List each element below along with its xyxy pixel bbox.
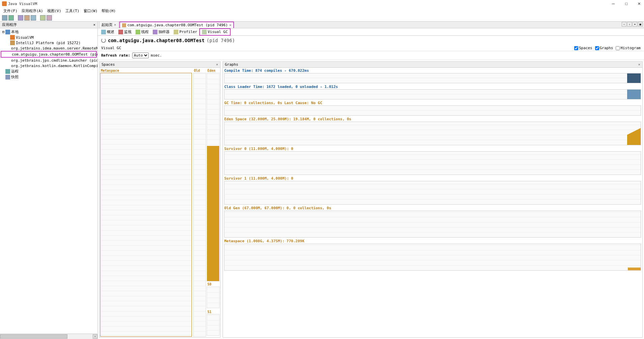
tab-close-icon[interactable]: ×	[114, 23, 116, 27]
tree-node-oomtest[interactable]: com.atguigu.java.chapter08.OOMTest (pid …	[1, 51, 97, 58]
intellij-icon	[10, 40, 15, 45]
main-area: 应用程序 × ⊟本地 VisualVM IntelliJ Platform (p…	[0, 22, 644, 339]
tree-node-snapshot[interactable]: 快照	[1, 74, 97, 80]
graph-row: Class Loader Time: 1672 loaded, 0 unload…	[224, 85, 641, 99]
maximize-button[interactable]: ☐	[625, 1, 627, 6]
tab-controls: ‹ › ▾ ▣	[622, 22, 643, 27]
graph-row-chart	[224, 105, 641, 116]
graphs-header: Graphs ×	[223, 62, 642, 68]
app-icon	[2, 1, 7, 6]
check-graphs[interactable]: Graphs	[595, 46, 613, 50]
metaspace-box	[100, 73, 192, 337]
refresh-label: Refresh rate:	[101, 53, 130, 58]
graph-row-title: GC Time: 0 collections, 0s Last Cause: N…	[224, 101, 641, 105]
panel-close-icon[interactable]: ×	[216, 62, 218, 67]
subtitle-row: Visual GC Spaces Graphs Histogram	[98, 45, 644, 51]
snapshot-icon	[5, 75, 10, 80]
graph-row-title: Compile Time: 874 compiles - 670.822ms	[224, 68, 641, 73]
graph-row-chart	[224, 122, 641, 145]
space-eden: Eden S0 S1	[207, 68, 219, 337]
graph-row: Survivor 1 (11.000M, 4.000M): 0	[224, 176, 641, 205]
menu-help[interactable]: 帮助(H)	[100, 8, 117, 14]
spaces-header: Spaces ×	[99, 62, 220, 68]
tab-prev-button[interactable]: ‹	[622, 22, 626, 27]
eden-fill	[207, 146, 219, 281]
tab-oomtest[interactable]: com.atguigu.java.chapter08.OOMTest (pid …	[119, 22, 234, 28]
tree-node-maven[interactable]: org.jetbrains.idea.maven.server.RemoteMa…	[1, 45, 97, 51]
graph-row: GC Time: 0 collections, 0s Last Cause: N…	[224, 101, 641, 116]
tree-node-visualvm[interactable]: VisualVM	[1, 35, 97, 40]
subtab-monitor[interactable]: 监视	[116, 29, 134, 35]
check-histogram[interactable]: Histogram	[616, 46, 641, 50]
graph-row: Eden Space (32.000M, 25.000M): 19.184M, …	[224, 117, 641, 145]
graph-row: Compile Time: 874 compiles - 670.822ms	[224, 68, 641, 83]
space-metaspace: Metaspace	[100, 68, 193, 337]
tree-node-kotlin[interactable]: org.jetbrains.kotlin.daemon.KotlinCompil…	[1, 63, 97, 68]
overview-icon	[101, 30, 106, 34]
left-panel: 应用程序 × ⊟本地 VisualVM IntelliJ Platform (p…	[0, 22, 98, 339]
subtab-threads[interactable]: 线程	[134, 29, 151, 35]
subtab-profiler[interactable]: Profiler	[172, 29, 199, 35]
tab-close-icon[interactable]: ×	[229, 23, 232, 27]
refresh-select[interactable]: Auto	[132, 53, 149, 58]
tab-start[interactable]: 起始页 ×	[99, 22, 119, 28]
network-icon	[5, 69, 10, 74]
graph-row-title: Survivor 1 (11.000M, 4.000M): 0	[224, 176, 641, 181]
subtitle: Visual GC	[101, 46, 121, 50]
minimize-button[interactable]: —	[612, 1, 615, 6]
tab-list-button[interactable]: ▾	[633, 22, 637, 27]
toolbar-icon[interactable]	[47, 15, 52, 21]
refresh-unit: msec.	[151, 53, 162, 58]
graph-row-chart	[224, 244, 641, 271]
java-icon	[122, 23, 126, 27]
graphs-body: Compile Time: 874 compiles - 670.822msCl…	[223, 68, 642, 337]
graph-row-chart	[224, 211, 641, 238]
subtab-visualgc[interactable]: Visual GC	[199, 28, 231, 36]
graph-row-title: Eden Space (32.000M, 25.000M): 19.184M, …	[224, 117, 641, 121]
menu-window[interactable]: 窗口(W)	[82, 8, 99, 14]
menu-view[interactable]: 视图(V)	[46, 8, 63, 14]
subtab-overview[interactable]: 概述	[99, 29, 116, 35]
tree-node-intellij[interactable]: IntelliJ Platform (pid 15272)	[1, 40, 97, 45]
left-tab-close-icon[interactable]: ×	[93, 23, 95, 27]
menu-apps[interactable]: 应用程序(A)	[20, 8, 45, 14]
window-buttons: — ☐ ✕	[612, 1, 641, 6]
graph-row-title: Class Loader Time: 1672 loaded, 0 unload…	[224, 85, 641, 89]
title-bar: Java VisualVM — ☐ ✕	[0, 0, 644, 7]
graph-row-chart	[224, 89, 641, 99]
graphs-panel: Graphs × Compile Time: 874 compiles - 67…	[223, 61, 643, 338]
left-tab-label: 应用程序	[2, 22, 17, 27]
graph-row-chart	[224, 181, 641, 205]
tree-node-remote[interactable]: 远程	[1, 68, 97, 74]
toolbar-icon[interactable]	[40, 15, 46, 21]
panel-close-icon[interactable]: ×	[638, 62, 640, 67]
tab-max-button[interactable]: ▣	[638, 22, 643, 27]
toolbar-icon[interactable]	[2, 15, 7, 21]
toolbar-icon[interactable]	[8, 15, 14, 21]
page-title: com.atguigu.java.chapter08.OOMTest	[108, 38, 205, 43]
toolbar-icon[interactable]	[24, 15, 30, 21]
toolbar-icon[interactable]	[31, 15, 36, 21]
app-title: Java VisualVM	[8, 2, 37, 6]
visualgc-icon	[202, 30, 207, 34]
subtab-sampler[interactable]: 抽样器	[151, 29, 172, 35]
menu-tools[interactable]: 工具(T)	[64, 8, 81, 14]
tab-next-button[interactable]: ›	[627, 22, 632, 27]
threads-icon	[136, 30, 140, 34]
app-tree: ⊟本地 VisualVM IntelliJ Platform (pid 1527…	[0, 28, 97, 334]
menu-bar: 文件(F) 应用程序(A) 视图(V) 工具(T) 窗口(W) 帮助(H)	[0, 7, 644, 14]
eden-box	[207, 73, 219, 281]
left-hscroll[interactable]: ‹›	[0, 334, 97, 339]
close-button[interactable]: ✕	[638, 1, 641, 6]
monitor-icon	[118, 30, 123, 34]
graph-row-chart	[224, 151, 641, 175]
space-s0: S0	[207, 282, 219, 309]
tree-node-launcher[interactable]: org.jetbrains.jps.cmdline.Launcher (pid …	[1, 58, 97, 63]
check-spaces[interactable]: Spaces	[574, 46, 592, 50]
refresh-icon	[101, 38, 106, 43]
toolbar-icon[interactable]	[18, 15, 23, 21]
tree-node-local[interactable]: ⊟本地	[1, 29, 97, 35]
space-s1: S1	[207, 310, 219, 337]
menu-file[interactable]: 文件(F)	[2, 8, 19, 14]
refresh-row: Refresh rate: Auto msec.	[98, 51, 644, 60]
